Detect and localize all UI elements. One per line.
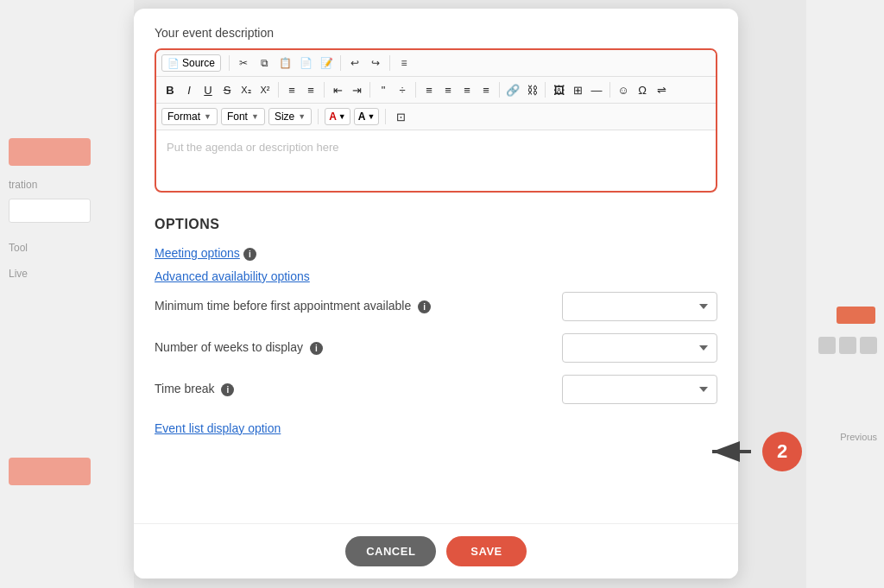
rich-text-editor: 📄 Source ✂ ⧉ 📋 📄 📝 ↩ ↪ ≡ (155, 48, 717, 193)
min-time-row: Minimum time before first appointment av… (155, 292, 717, 321)
bidirectional-button[interactable]: ⇌ (653, 80, 670, 99)
copy-button[interactable]: ⧉ (255, 54, 274, 73)
section-title: Your event description (155, 26, 717, 40)
paste-text-button[interactable]: 📄 (296, 54, 315, 73)
format-label: Format (167, 111, 200, 123)
save-button[interactable]: SAVE (446, 536, 526, 566)
meeting-options-link[interactable]: Meeting optionsi (155, 246, 717, 261)
meeting-options-info-icon: i (243, 248, 256, 261)
horizontal-rule-button[interactable]: — (588, 80, 605, 99)
align-justify-button[interactable]: ≡ (477, 80, 495, 99)
subscript-button[interactable]: X₂ (237, 80, 255, 99)
time-break-row: Time break i (155, 375, 717, 404)
step-annotation: 2 (704, 432, 802, 471)
font-arrow-icon: ▼ (251, 112, 259, 121)
editor-body[interactable]: Put the agenda or description here (156, 130, 716, 191)
undo-button[interactable]: ↩ (345, 54, 364, 73)
toolbar-divider-10 (609, 82, 610, 98)
toolbar-row-2: B I U S X₂ X² ≡ ≡ ⇤ ⇥ " ÷ ≡ (156, 77, 716, 104)
toolbar-divider-9 (545, 82, 546, 98)
align-left-button[interactable]: ≡ (420, 80, 438, 99)
modal-content: Your event description 📄 Source ✂ ⧉ 📋 📄 … (134, 9, 738, 579)
bg-right-icons (818, 337, 877, 354)
format-dropdown[interactable]: Format ▼ (161, 108, 218, 125)
min-time-select[interactable] (562, 292, 717, 321)
bold-button[interactable]: B (161, 80, 179, 99)
align-center-button[interactable]: ≡ (439, 80, 457, 99)
strikethrough-button[interactable]: S (218, 80, 236, 99)
italic-button[interactable]: I (180, 80, 198, 99)
paste-word-button[interactable]: 📝 (317, 54, 336, 73)
table-button[interactable]: ⊞ (569, 80, 586, 99)
main-modal: Your event description 📄 Source ✂ ⧉ 📋 📄 … (134, 9, 738, 579)
cancel-button[interactable]: CANCEL (345, 536, 436, 566)
bg-right-icon1 (818, 337, 836, 354)
image-button[interactable]: 🖼 (550, 80, 567, 99)
cut-button[interactable]: ✂ (234, 54, 253, 73)
format-row: Format ▼ Font ▼ Size ▼ A ▼ (156, 104, 716, 130)
toolbar-divider-6 (369, 82, 370, 98)
editor-placeholder: Put the agenda or description here (167, 141, 338, 154)
num-weeks-select[interactable] (562, 333, 717, 363)
min-time-info-icon: i (418, 300, 431, 313)
div-button[interactable]: ÷ (394, 80, 411, 99)
step-number: 2 (777, 440, 787, 463)
bg-left-bar2 (9, 458, 91, 485)
font-color-button[interactable]: A ▼ (325, 108, 350, 125)
num-weeks-row: Number of weeks to display i (155, 333, 717, 363)
ordered-list-button[interactable]: ≡ (283, 80, 300, 99)
event-list-link[interactable]: Event list display option (155, 421, 717, 435)
unordered-list-button[interactable]: ≡ (302, 80, 319, 99)
maximize-button[interactable]: ⊡ (392, 107, 409, 126)
toolbar-row-1: 📄 Source ✂ ⧉ 📋 📄 📝 ↩ ↪ ≡ (156, 50, 716, 77)
source-label: Source (182, 57, 215, 69)
smiley-button[interactable]: ☺ (615, 80, 632, 99)
bg-right-badge (837, 307, 875, 324)
toolbar-divider-4 (278, 82, 279, 98)
bg-left-input (9, 199, 91, 223)
step-badge: 2 (762, 432, 802, 471)
blockquote-button[interactable]: " (375, 80, 392, 99)
decrease-indent-button[interactable]: ⇤ (329, 80, 346, 99)
event-list-label: Event list display option (155, 421, 281, 435)
bg-left-bar1 (9, 138, 91, 166)
paste-button[interactable]: 📋 (275, 54, 294, 73)
underline-button[interactable]: U (199, 80, 217, 99)
size-label: Size (275, 111, 294, 123)
time-break-label: Time break i (155, 382, 562, 396)
min-time-label: Minimum time before first appointment av… (155, 299, 562, 313)
superscript-button[interactable]: X² (256, 80, 274, 99)
bg-left-live: Live (9, 268, 28, 280)
bg-right-icon2 (839, 337, 856, 354)
arrow-icon (704, 434, 755, 469)
num-weeks-info-icon: i (310, 342, 323, 355)
format-arrow-icon: ▼ (204, 112, 212, 121)
bg-left-tool: Tool (9, 242, 28, 254)
num-weeks-label: Number of weeks to display i (155, 340, 562, 355)
find-button[interactable]: ≡ (395, 54, 414, 73)
modal-footer: CANCEL SAVE (134, 523, 738, 579)
size-arrow-icon: ▼ (298, 112, 306, 121)
background-left-panel: tration Tool Live (0, 0, 134, 588)
bg-left-label: tration (9, 179, 37, 191)
source-button[interactable]: 📄 Source (161, 54, 221, 72)
toolbar-divider-2 (340, 55, 341, 71)
special-char-button[interactable]: Ω (634, 80, 651, 99)
increase-indent-button[interactable]: ⇥ (348, 80, 365, 99)
advanced-availability-label: Advanced availability options (155, 269, 310, 283)
toolbar-divider-3 (389, 55, 390, 71)
time-break-info-icon: i (221, 383, 234, 396)
toolbar-divider-11 (318, 109, 319, 124)
redo-button[interactable]: ↪ (366, 54, 385, 73)
align-right-button[interactable]: ≡ (458, 80, 476, 99)
bg-color-arrow: ▼ (367, 112, 375, 121)
size-dropdown[interactable]: Size ▼ (268, 108, 312, 125)
bg-color-button[interactable]: A ▼ (354, 108, 380, 125)
advanced-availability-link[interactable]: Advanced availability options (155, 269, 717, 283)
unlink-button[interactable]: ⛓ (523, 80, 540, 99)
font-dropdown[interactable]: Font ▼ (221, 108, 265, 125)
scrollable-content: Your event description 📄 Source ✂ ⧉ 📋 📄 … (155, 26, 717, 504)
font-label: Font (227, 111, 248, 123)
link-button[interactable]: 🔗 (504, 80, 521, 99)
time-break-select[interactable] (562, 375, 717, 404)
